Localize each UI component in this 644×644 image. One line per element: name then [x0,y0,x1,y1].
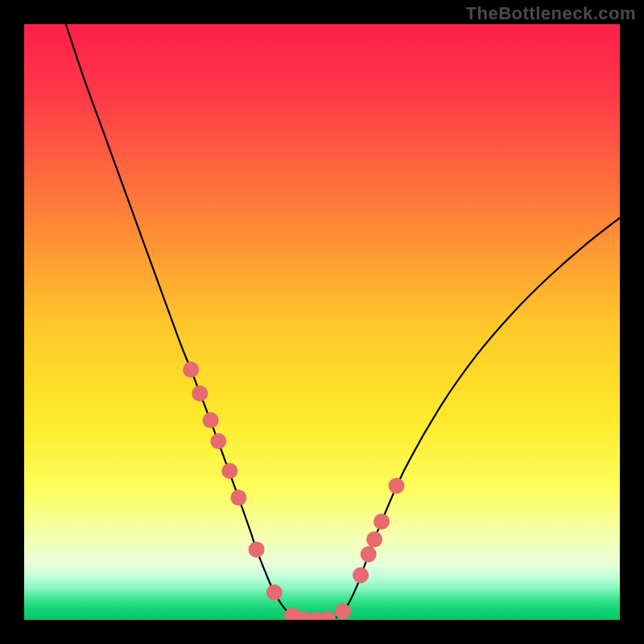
data-marker [374,514,390,530]
data-marker [249,542,265,558]
data-marker [361,547,377,563]
data-marker [183,361,199,378]
chart-frame: TheBottleneck.com [0,0,644,644]
plot-background [24,24,620,620]
plot-svg [24,24,620,620]
data-marker [389,478,405,494]
data-marker [210,433,226,449]
watermark-text: TheBottleneck.com [466,3,636,24]
data-marker [366,531,382,547]
data-marker [335,604,351,620]
data-marker [353,568,369,584]
data-marker [192,386,208,402]
data-marker [266,584,283,601]
data-marker [221,463,237,479]
data-marker [203,412,219,428]
data-marker [230,489,246,506]
plot-area [24,24,620,620]
